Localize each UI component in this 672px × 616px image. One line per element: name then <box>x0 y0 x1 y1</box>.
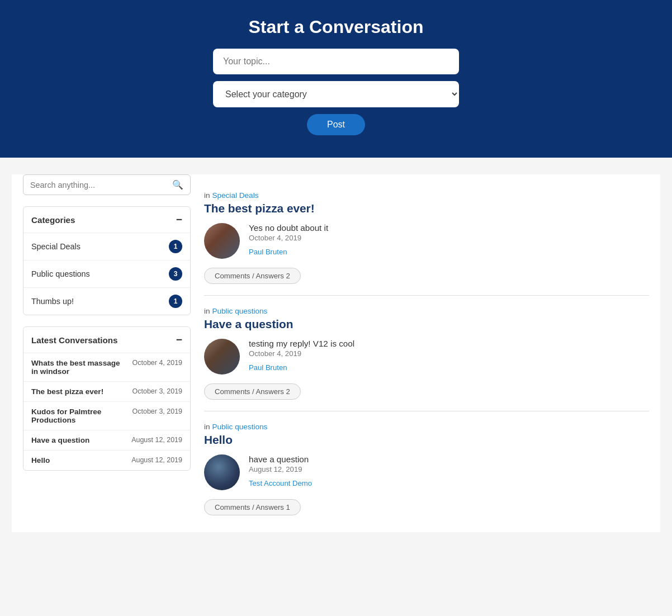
conversation-item[interactable]: Whats the best massage in windsor Octobe… <box>23 353 190 382</box>
search-box: 🔍 <box>23 174 191 195</box>
comment-date: October 4, 2019 <box>249 234 328 242</box>
category-name: Special Deals <box>31 242 81 251</box>
conversation-item[interactable]: Have a question August 12, 2019 <box>23 430 190 451</box>
category-name: Thumbs up! <box>31 297 74 306</box>
post-category-prefix: in <box>204 423 210 431</box>
convo-date: October 3, 2019 <box>132 407 182 415</box>
answers-button[interactable]: Comments / Answers 2 <box>204 268 301 284</box>
conversation-item[interactable]: The best pizza ever! October 3, 2019 <box>23 382 190 402</box>
post-category-label: in Special Deals <box>204 191 649 200</box>
category-select[interactable]: Select your category Special Deals Publi… <box>213 81 459 107</box>
comment-text: Yes no doubt about it <box>249 223 328 233</box>
post-category-prefix: in <box>204 191 210 200</box>
category-badge: 3 <box>169 267 182 281</box>
comment-body: testing my reply! V12 is cool October 4,… <box>249 339 354 372</box>
post-entry: in Public questions Hello have a questio… <box>204 411 649 527</box>
comment-author-link[interactable]: Paul Bruten <box>249 363 287 372</box>
latest-conversations-box: Latest Conversations − Whats the best ma… <box>23 326 191 471</box>
post-comment: testing my reply! V12 is cool October 4,… <box>204 339 649 375</box>
post-category-label: in Public questions <box>204 423 649 431</box>
convo-title: Have a question <box>31 436 131 444</box>
page-title: Start a Conversation <box>11 17 661 37</box>
post-category-link[interactable]: Public questions <box>212 423 267 431</box>
categories-header: Categories − <box>23 207 190 233</box>
category-item[interactable]: Thumbs up! 1 <box>23 288 190 315</box>
category-item[interactable]: Special Deals 1 <box>23 233 190 260</box>
conversation-item[interactable]: Kudos for Palmtree Productions October 3… <box>23 402 190 430</box>
sidebar: 🔍 Categories − Special Deals 1 Public qu… <box>23 174 191 532</box>
conversation-form: Select your category Special Deals Publi… <box>213 49 459 135</box>
convo-date: October 3, 2019 <box>132 387 182 395</box>
post-title: Have a question <box>204 318 649 331</box>
avatar <box>204 223 240 259</box>
convo-title: Whats the best massage in windsor <box>31 359 132 376</box>
comment-date: October 4, 2019 <box>249 349 354 358</box>
post-title: The best pizza ever! <box>204 202 649 215</box>
header-section: Start a Conversation Select your categor… <box>0 0 672 158</box>
post-entry: in Public questions Have a question test… <box>204 296 649 411</box>
posts-area: in Special Deals The best pizza ever! Ye… <box>204 174 649 532</box>
category-badge: 1 <box>169 240 182 253</box>
comment-body: Yes no doubt about it October 4, 2019 Pa… <box>249 223 328 257</box>
comment-text: testing my reply! V12 is cool <box>249 339 354 348</box>
latest-conversations-header: Latest Conversations − <box>23 327 190 353</box>
latest-label: Latest Conversations <box>31 335 117 345</box>
post-category-prefix: in <box>204 307 210 315</box>
avatar <box>204 339 240 375</box>
latest-collapse-icon[interactable]: − <box>176 334 182 346</box>
answers-button[interactable]: Comments / Answers 1 <box>204 499 301 515</box>
comment-author-link[interactable]: Test Account Demo <box>249 479 312 487</box>
main-content: 🔍 Categories − Special Deals 1 Public qu… <box>12 174 660 532</box>
post-button[interactable]: Post <box>307 114 365 135</box>
convo-title: Kudos for Palmtree Productions <box>31 407 132 424</box>
comment-body: have a question August 12, 2019 Test Acc… <box>249 454 312 488</box>
category-item[interactable]: Public questions 3 <box>23 260 190 288</box>
post-category-link[interactable]: Special Deals <box>212 191 258 200</box>
post-comment: Yes no doubt about it October 4, 2019 Pa… <box>204 223 649 259</box>
categories-collapse-icon[interactable]: − <box>176 214 182 226</box>
comment-author-link[interactable]: Paul Bruten <box>249 248 287 256</box>
post-category-link[interactable]: Public questions <box>212 307 267 315</box>
answers-button[interactable]: Comments / Answers 2 <box>204 383 301 400</box>
comment-date: August 12, 2019 <box>249 465 312 473</box>
convo-title: Hello <box>31 456 131 465</box>
comment-text: have a question <box>249 454 312 464</box>
conversation-item[interactable]: Hello August 12, 2019 <box>23 451 190 470</box>
category-name: Public questions <box>31 269 90 278</box>
convo-date: August 12, 2019 <box>131 456 182 464</box>
convo-date: October 4, 2019 <box>132 359 182 367</box>
categories-label: Categories <box>31 215 75 225</box>
category-badge: 1 <box>169 295 182 308</box>
post-category-label: in Public questions <box>204 307 649 315</box>
post-title: Hello <box>204 433 649 447</box>
search-button[interactable]: 🔍 <box>172 179 183 190</box>
convo-title: The best pizza ever! <box>31 387 132 396</box>
search-input[interactable] <box>30 181 172 189</box>
convo-date: August 12, 2019 <box>131 436 182 444</box>
categories-box: Categories − Special Deals 1 Public ques… <box>23 206 191 315</box>
avatar <box>204 454 240 490</box>
post-comment: have a question August 12, 2019 Test Acc… <box>204 454 649 490</box>
topic-input[interactable] <box>213 49 459 74</box>
post-entry: in Special Deals The best pizza ever! Ye… <box>204 180 649 296</box>
